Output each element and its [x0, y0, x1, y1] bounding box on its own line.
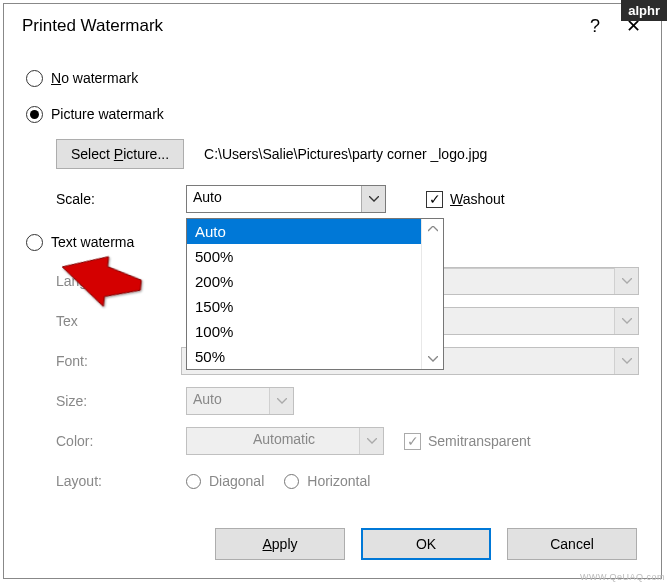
scale-value: Auto — [187, 186, 361, 212]
select-picture-button[interactable]: Select Picture... — [56, 139, 184, 169]
semitransparent-checkbox — [404, 433, 421, 450]
dropdown-item[interactable]: 150% — [187, 294, 422, 319]
size-combo: Auto — [186, 387, 294, 415]
brand-badge: alphr — [621, 0, 667, 21]
svg-marker-0 — [59, 252, 144, 310]
ok-button[interactable]: OK — [361, 528, 491, 560]
color-label: Color: — [56, 433, 186, 449]
chevron-down-icon — [614, 268, 638, 294]
language-combo — [436, 267, 639, 295]
no-watermark-radio[interactable] — [26, 70, 43, 87]
dropdown-item[interactable]: 50% — [187, 344, 422, 369]
scale-dropdown-list: Auto 500% 200% 150% 100% 50% — [186, 218, 444, 370]
button-row: Apply OK Cancel — [4, 528, 661, 560]
help-button[interactable]: ? — [577, 16, 613, 37]
dropdown-item[interactable]: 500% — [187, 244, 422, 269]
layout-label: Layout: — [56, 473, 186, 489]
dropdown-scrollbar[interactable] — [421, 219, 443, 369]
washout-label: Washout — [450, 191, 505, 207]
no-watermark-label: No watermark — [51, 70, 138, 86]
scale-dropdown-button[interactable] — [361, 186, 385, 212]
color-combo: Automatic — [186, 427, 384, 455]
dropdown-item[interactable]: Auto — [187, 219, 422, 244]
scroll-down-icon — [422, 349, 443, 369]
source-badge: WWW.QeUAQ.com — [580, 572, 665, 582]
picture-watermark-label: Picture watermark — [51, 106, 164, 122]
scroll-up-icon — [422, 219, 443, 239]
picture-path: C:\Users\Salie\Pictures\party corner _lo… — [204, 146, 487, 162]
chevron-down-icon — [359, 428, 383, 454]
horizontal-radio — [284, 474, 299, 489]
chevron-down-icon — [369, 196, 379, 202]
scale-combo[interactable]: Auto — [186, 185, 386, 213]
apply-button[interactable]: Apply — [215, 528, 345, 560]
dropdown-item[interactable]: 200% — [187, 269, 422, 294]
horizontal-label: Horizontal — [307, 473, 370, 489]
semitransparent-label: Semitransparent — [428, 433, 531, 449]
dialog-title: Printed Watermark — [22, 16, 577, 36]
washout-checkbox[interactable] — [426, 191, 443, 208]
diagonal-radio — [186, 474, 201, 489]
picture-watermark-radio[interactable] — [26, 106, 43, 123]
chevron-down-icon — [614, 348, 638, 374]
annotation-arrow — [56, 246, 146, 319]
dropdown-item[interactable]: 100% — [187, 319, 422, 344]
diagonal-label: Diagonal — [209, 473, 264, 489]
font-label: Font: — [56, 353, 181, 369]
text-combo — [436, 307, 639, 335]
chevron-down-icon — [614, 308, 638, 334]
cancel-button[interactable]: Cancel — [507, 528, 637, 560]
titlebar: Printed Watermark ? ✕ — [4, 4, 661, 48]
size-label: Size: — [56, 393, 186, 409]
text-watermark-radio[interactable] — [26, 234, 43, 251]
chevron-down-icon — [269, 388, 293, 414]
scale-label: Scale: — [56, 191, 186, 207]
